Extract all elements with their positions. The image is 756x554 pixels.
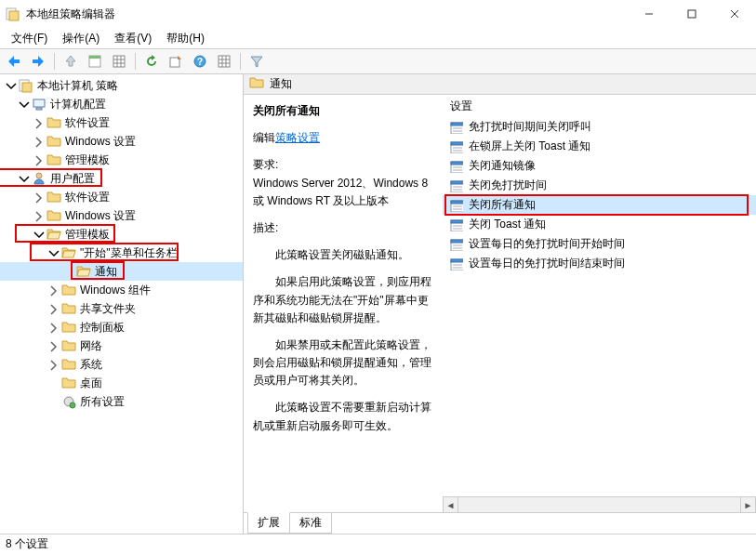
tree-label: 系统 [80, 357, 102, 373]
tree-label: 软件设置 [65, 190, 110, 205]
folder-open-icon [76, 264, 91, 279]
tree-system[interactable]: 系统 [0, 355, 243, 374]
expand-icon[interactable] [32, 135, 45, 148]
menu-file[interactable]: 文件(F) [4, 29, 55, 48]
expand-icon[interactable] [32, 116, 45, 129]
tree-computer-config[interactable]: 计算机配置 [0, 95, 243, 113]
description-p4: 此策略设置不需要重新启动计算机或重新启动服务即可生效。 [253, 399, 433, 434]
tree-desktop[interactable]: 桌面 [0, 374, 243, 392]
up-button[interactable] [60, 51, 81, 72]
horizontal-scrollbar[interactable]: ◄ ► [443, 496, 756, 512]
policy-item[interactable]: 关闭所有通知 [443, 195, 756, 215]
tree-label: 计算机配置 [50, 97, 106, 112]
policy-icon [450, 140, 463, 153]
status-text: 8 个设置 [6, 536, 48, 552]
policy-item[interactable]: 关闭免打扰时间 [443, 176, 756, 195]
policy-item[interactable]: 关闭 Toast 通知 [443, 215, 756, 234]
menubar: 文件(F) 操作(A) 查看(V) 帮助(H) [0, 28, 756, 48]
tree-cc-software[interactable]: 软件设置 [0, 113, 243, 132]
tree-cc-admin[interactable]: 管理模板 [0, 151, 243, 169]
sheet-button[interactable] [214, 51, 234, 72]
expand-icon[interactable] [4, 79, 17, 92]
tree-win-components[interactable]: Windows 组件 [0, 281, 243, 299]
requirements-text: Windows Server 2012、Windows 8 或 Windows … [253, 175, 433, 210]
back-button[interactable] [4, 51, 24, 72]
tree-shared-folders[interactable]: 共享文件夹 [0, 299, 243, 318]
expand-icon[interactable] [17, 98, 30, 111]
details-header-title: 通知 [270, 76, 292, 92]
selected-policy-title: 关闭所有通知 [253, 102, 433, 120]
expand-icon[interactable] [46, 321, 60, 334]
folder-icon [46, 115, 61, 130]
edit-policy-link[interactable]: 策略设置 [275, 131, 320, 144]
properties-button[interactable] [109, 51, 129, 72]
help-button[interactable] [190, 51, 210, 72]
policy-item[interactable]: 关闭通知镜像 [443, 156, 756, 176]
policy-icon [450, 179, 463, 192]
folder-icon [61, 283, 76, 297]
folder-open-icon [46, 227, 61, 242]
policy-item-label: 设置每日的免打扰时间开始时间 [469, 236, 625, 252]
tree-uc-windows[interactable]: Windows 设置 [0, 206, 243, 225]
svg-rect-31 [688, 10, 696, 18]
tree-cc-windows[interactable]: Windows 设置 [0, 132, 243, 151]
policy-items[interactable]: 免打扰时间期间关闭呼叫在锁屏上关闭 Toast 通知关闭通知镜像关闭免打扰时间关… [443, 117, 756, 496]
tree-label: "开始"菜单和任务栏 [80, 245, 178, 261]
forward-button[interactable] [28, 51, 48, 72]
policy-item-label: 在锁屏上关闭 Toast 通知 [469, 138, 590, 154]
column-header-setting[interactable]: 设置 [443, 95, 756, 117]
policy-item[interactable]: 在锁屏上关闭 Toast 通知 [443, 137, 756, 156]
expand-icon[interactable] [32, 191, 45, 204]
folder-icon [46, 208, 61, 223]
expand-icon[interactable] [32, 209, 45, 222]
refresh-button[interactable] [141, 51, 162, 72]
scroll-track[interactable] [458, 497, 740, 513]
tree-uc-admin[interactable]: 管理模板 [0, 225, 243, 244]
tree-label: 软件设置 [65, 115, 110, 131]
tree-label: 网络 [80, 338, 102, 354]
folder-icon [61, 320, 76, 335]
expand-icon[interactable] [46, 358, 60, 371]
policy-item[interactable]: 免打扰时间期间关闭呼叫 [443, 117, 756, 137]
policy-item-label: 关闭所有通知 [469, 197, 536, 213]
expand-icon[interactable] [46, 302, 60, 315]
view-tabs: 扩展 标准 [244, 513, 756, 534]
close-button[interactable] [713, 0, 756, 28]
tab-standard[interactable]: 标准 [289, 513, 332, 534]
policy-item[interactable]: 设置每日的免打扰时间结束时间 [443, 254, 756, 273]
menu-help[interactable]: 帮助(H) [159, 29, 212, 48]
expand-icon[interactable] [46, 246, 60, 259]
tree-label: 桌面 [80, 376, 102, 391]
expand-icon[interactable] [32, 153, 45, 166]
tree-root[interactable]: 本地计算机 策略 [0, 76, 243, 95]
minimize-button[interactable] [628, 0, 670, 28]
user-icon [32, 171, 46, 186]
tab-extended[interactable]: 扩展 [247, 512, 290, 534]
tree-network[interactable]: 网络 [0, 336, 243, 355]
tree-all-settings[interactable]: 所有设置 [0, 392, 243, 411]
export-button[interactable] [166, 51, 186, 72]
window-title: 本地组策略编辑器 [26, 7, 628, 22]
folder-icon [61, 301, 76, 316]
menu-view[interactable]: 查看(V) [107, 29, 159, 48]
scroll-right-button[interactable]: ► [740, 497, 756, 513]
policy-icon [450, 238, 463, 251]
tree-uc-software[interactable]: 软件设置 [0, 188, 243, 206]
policy-item[interactable]: 设置每日的免打扰时间开始时间 [443, 234, 756, 254]
folder-icon [61, 338, 76, 353]
filter-button[interactable] [246, 51, 267, 72]
tree-user-config[interactable]: 用户配置 [0, 169, 243, 188]
tree-control-panel[interactable]: 控制面板 [0, 318, 243, 336]
tree-start-taskbar[interactable]: "开始"菜单和任务栏 [0, 244, 243, 262]
tree-notifications[interactable]: 通知 [0, 262, 243, 281]
expand-icon[interactable] [46, 339, 60, 352]
expand-icon[interactable] [17, 172, 30, 185]
tree-pane[interactable]: 本地计算机 策略 计算机配置 软件设置 Windows 设置 管理模板 [0, 74, 244, 534]
scroll-left-button[interactable]: ◄ [443, 497, 458, 513]
maximize-button[interactable] [670, 0, 713, 28]
expand-icon[interactable] [32, 228, 45, 241]
edit-prefix: 编辑 [253, 131, 275, 144]
menu-action[interactable]: 操作(A) [55, 29, 107, 48]
show-hide-tree-button[interactable] [85, 51, 105, 72]
expand-icon[interactable] [46, 284, 60, 297]
